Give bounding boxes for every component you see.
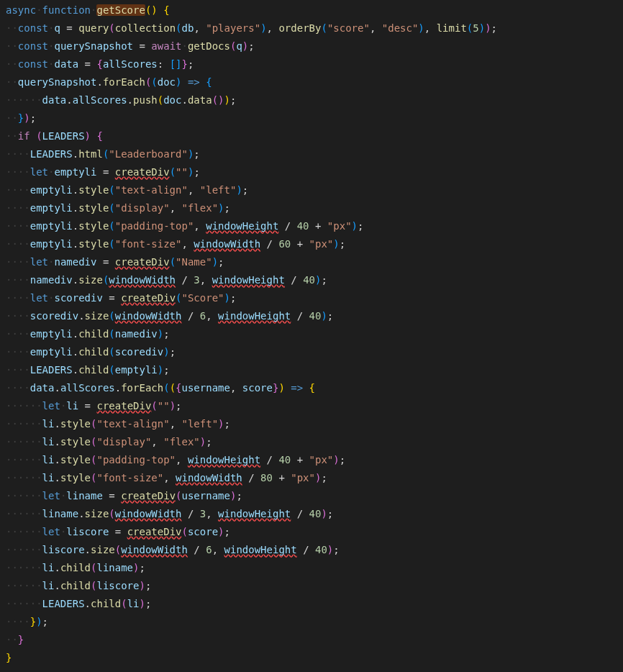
code-line: ····data.allScores.forEach(({username, s… xyxy=(6,379,623,397)
code-line: ······li.style("text-align", "left"); xyxy=(6,415,623,433)
code-line: ··const·querySnapshot = await·getDocs(q)… xyxy=(6,37,623,55)
code-line: ····emptyli.style("text-align", "left"); xyxy=(6,181,623,199)
code-line: ······let·liname = createDiv(username); xyxy=(6,487,623,505)
code-line: ····emptyli.child(scorediv); xyxy=(6,343,623,361)
code-line: ····let·emptyli = createDiv(""); xyxy=(6,163,623,181)
code-line: ····emptyli.style("display", "flex"); xyxy=(6,199,623,217)
code-line: ··if (LEADERS) { xyxy=(6,127,623,145)
code-line: ······li.child(liscore); xyxy=(6,577,623,595)
code-line: ····scorediv.size(windowWidth / 6, windo… xyxy=(6,307,623,325)
code-line: ··}); xyxy=(6,109,623,127)
code-line: ····let·namediv = createDiv("Name"); xyxy=(6,253,623,271)
code-line: ····let·scorediv = createDiv("Score"); xyxy=(6,289,623,307)
code-line: ··} xyxy=(6,631,623,649)
code-line: ······LEADERS.child(li); xyxy=(6,595,623,613)
code-line: ······li.style("font-size", windowWidth … xyxy=(6,469,623,487)
code-line: ····emptyli.style("padding-top", windowH… xyxy=(6,217,623,235)
code-line: ······let·liscore = createDiv(score); xyxy=(6,523,623,541)
code-line: } xyxy=(6,649,623,667)
code-line: ····namediv.size(windowWidth / 3, window… xyxy=(6,271,623,289)
code-line: ····emptyli.child(namediv); xyxy=(6,325,623,343)
code-line: ··const·q = query(collection(db, "player… xyxy=(6,19,623,37)
code-line: ····emptyli.style("font-size", windowWid… xyxy=(6,235,623,253)
code-line: ··const·data = {allScores: []}; xyxy=(6,55,623,73)
code-line: async·function·getScore() { xyxy=(6,1,623,19)
code-line: ····}); xyxy=(6,613,623,631)
code-line: ······liname.size(windowWidth / 3, windo… xyxy=(6,505,623,523)
function-name: getScore xyxy=(96,4,145,16)
code-line: ······li.style("padding-top", windowHeig… xyxy=(6,451,623,469)
code-line: ······let·li = createDiv(""); xyxy=(6,397,623,415)
code-line: ····LEADERS.child(emptyli); xyxy=(6,361,623,379)
code-editor[interactable]: async·function·getScore() { ··const·q = … xyxy=(6,1,623,667)
code-line: ······li.style("display", "flex"); xyxy=(6,433,623,451)
code-line: ····LEADERS.html("Leaderboard"); xyxy=(6,145,623,163)
code-line: ··querySnapshot.forEach((doc) => { xyxy=(6,73,623,91)
code-line: ······li.child(liname); xyxy=(6,559,623,577)
code-line: ······data.allScores.push(doc.data()); xyxy=(6,91,623,109)
code-line: ······liscore.size(windowWidth / 6, wind… xyxy=(6,541,623,559)
